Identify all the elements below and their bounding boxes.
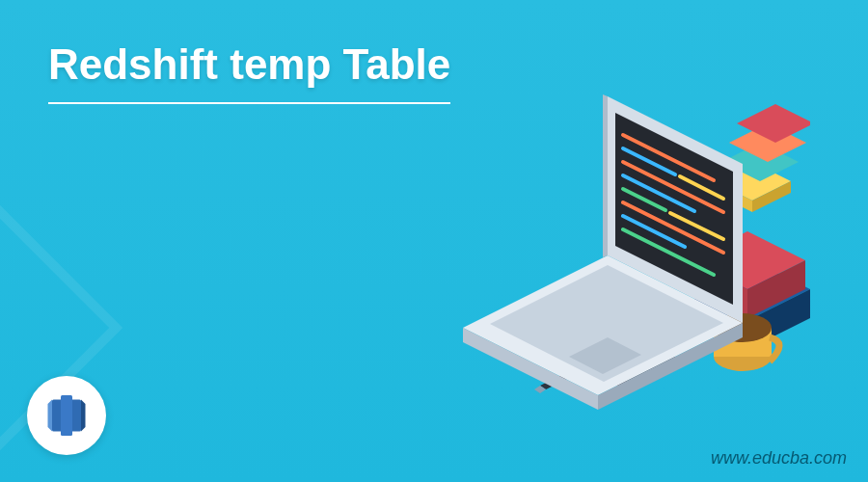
tutorial-banner: Redshift temp Table [0, 0, 868, 482]
brand-logo-badge [27, 376, 106, 455]
workspace-illustration [424, 67, 810, 415]
redshift-logo-icon [43, 392, 90, 439]
svg-marker-43 [81, 400, 86, 432]
svg-rect-41 [61, 395, 72, 436]
svg-marker-27 [603, 94, 608, 257]
page-title: Redshift temp Table [48, 40, 450, 104]
laptop [463, 94, 743, 410]
site-url: www.educba.com [711, 448, 847, 469]
svg-rect-39 [52, 400, 63, 432]
svg-rect-40 [71, 400, 82, 432]
svg-marker-42 [48, 400, 53, 432]
